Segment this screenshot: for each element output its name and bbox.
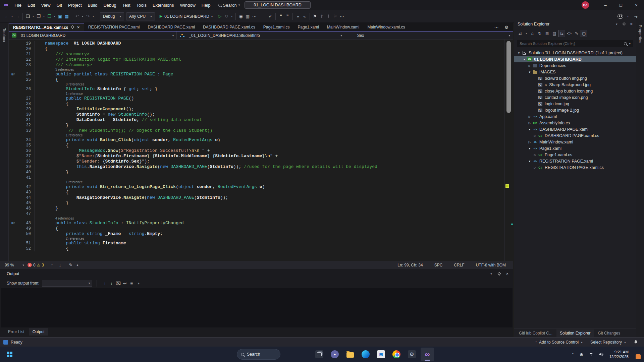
tree-item-page1-xaml-cs[interactable]: ▷C#Page1.xaml.cs bbox=[514, 152, 636, 158]
warning-count[interactable]: 3 bbox=[42, 263, 44, 267]
views-caret-icon[interactable]: ▾ bbox=[524, 29, 528, 38]
solution-search-box[interactable]: ▾ bbox=[517, 40, 633, 47]
menu-item-git[interactable]: Git bbox=[53, 0, 65, 10]
save-all-icon[interactable]: ▦ bbox=[63, 12, 70, 20]
toggle-autoscroll-icon[interactable]: ≡ bbox=[128, 279, 135, 287]
expand-arrow-icon[interactable]: ▷ bbox=[527, 115, 532, 118]
history-icon[interactable]: ◔ bbox=[135, 279, 142, 287]
tree-item-images[interactable]: ▾IMAGES bbox=[514, 69, 636, 75]
preview-icon[interactable]: ▢ bbox=[581, 30, 587, 37]
tree-item-app-xaml[interactable]: ▷<>App.xaml bbox=[514, 113, 636, 120]
caret-position[interactable]: Ln: 99, Ch: 34 bbox=[397, 263, 423, 267]
tree-item-logout-image-2-jpg[interactable]: logout image 2.jpg bbox=[514, 107, 636, 113]
bookmark-icon[interactable]: ⚑ bbox=[312, 12, 318, 20]
menu-item-test[interactable]: Test bbox=[119, 0, 133, 10]
tree-item-login-icon-jpg[interactable]: login icon.jpg bbox=[514, 101, 636, 107]
tree-item-close-app-button-icon-png[interactable]: close App button icon.png bbox=[514, 88, 636, 94]
expand-arrow-icon[interactable]: ▷ bbox=[532, 153, 538, 157]
next-message-icon[interactable]: ↓ bbox=[108, 279, 115, 287]
volume-icon[interactable] bbox=[599, 352, 604, 356]
notifications-bell-icon[interactable] bbox=[634, 340, 638, 344]
menu-item-help[interactable]: Help bbox=[199, 0, 214, 10]
codelens-references[interactable]: 1 reference bbox=[9, 92, 513, 96]
hot-reload-icon[interactable]: ↻ bbox=[223, 12, 230, 20]
menu-item-project[interactable]: Project bbox=[65, 0, 85, 10]
codelens-text[interactable]: 4 references bbox=[40, 217, 74, 221]
hidden-icons-chevron-icon[interactable]: ⌃ bbox=[572, 353, 574, 356]
panel-tab-error-list[interactable]: Error List bbox=[5, 328, 28, 336]
collapse-arrow-icon[interactable]: ▾ bbox=[527, 128, 532, 131]
tab-registration-page-xaml[interactable]: REGISTRATION PAGE.xaml bbox=[84, 23, 144, 31]
codelens-references[interactable]: 8 references bbox=[9, 82, 513, 86]
add-item-icon[interactable]: ❐ bbox=[35, 12, 42, 20]
scrollbar-thumb[interactable] bbox=[506, 41, 511, 113]
codelens-text[interactable]: 2 references bbox=[40, 237, 85, 241]
copilot-caret-icon[interactable]: ▾ bbox=[626, 12, 630, 20]
file-explorer-icon[interactable] bbox=[343, 348, 357, 361]
prev-bookmark-icon[interactable]: ⬆ bbox=[318, 12, 325, 20]
outdent-icon[interactable]: « bbox=[301, 12, 308, 20]
tree-item-c-sharp-background-jpg[interactable]: c_Sharp Background.jpg bbox=[514, 81, 636, 88]
expand-arrow-icon[interactable]: ▷ bbox=[527, 140, 532, 144]
error-count[interactable]: 0 bbox=[33, 263, 36, 267]
tree-item-mainwindow-xaml[interactable]: ▷<>MainWindow.xaml bbox=[514, 139, 636, 145]
start-debugging-button[interactable]: ▶ 01 LOGIN DASHBOARD ▾ bbox=[157, 12, 215, 20]
network-icon[interactable]: ⊕ bbox=[580, 352, 583, 357]
close-button[interactable]: × bbox=[629, 0, 644, 10]
tab-page1-xaml[interactable]: Page1.xaml bbox=[293, 23, 323, 31]
back-caret-icon[interactable]: ▾ bbox=[10, 12, 14, 20]
expand-arrow-icon[interactable]: ▷ bbox=[527, 64, 532, 67]
close-tab-icon[interactable]: ✕ bbox=[77, 25, 79, 29]
pin-panel-icon[interactable] bbox=[622, 22, 626, 26]
editor-scrollbar[interactable] bbox=[504, 40, 513, 261]
prev-message-icon[interactable]: ↑ bbox=[101, 279, 108, 287]
menu-item-file[interactable]: File bbox=[11, 0, 24, 10]
minimize-button[interactable]: – bbox=[598, 0, 613, 10]
new-file-caret-icon[interactable]: ▾ bbox=[31, 12, 35, 20]
tree-item-contact-image-icon-png[interactable]: contact image icon.png bbox=[514, 94, 636, 101]
solution-search-input[interactable] bbox=[520, 42, 622, 46]
tree-item-bckwrd-button-img-png[interactable]: bckwrd button img.png bbox=[514, 75, 636, 81]
more-icon[interactable]: ⋯ bbox=[338, 12, 345, 20]
start-without-debugging-icon[interactable]: ▷ bbox=[216, 12, 223, 20]
expand-arrow-icon[interactable]: ▷ bbox=[532, 166, 538, 169]
menu-item-window[interactable]: Window bbox=[177, 0, 199, 10]
codelens-text[interactable]: 1 reference bbox=[40, 180, 83, 184]
store-icon[interactable]: ⊞ bbox=[374, 348, 388, 361]
sync-selection-icon[interactable]: ⇆ bbox=[558, 30, 565, 37]
codelens-text[interactable]: 3 references bbox=[40, 68, 74, 72]
back-icon[interactable]: ← bbox=[3, 12, 10, 20]
chrome-icon[interactable] bbox=[390, 348, 403, 361]
collapse-arrow-icon[interactable]: ▾ bbox=[522, 58, 527, 61]
notification-badge[interactable] bbox=[636, 354, 641, 359]
menu-item-edit[interactable]: Edit bbox=[24, 0, 38, 10]
hot-reload-caret-icon[interactable]: ▾ bbox=[230, 12, 234, 20]
next-bookmark-icon[interactable]: ⬇ bbox=[325, 12, 332, 20]
tab-mainwindow-xaml[interactable]: MainWindow.xaml bbox=[323, 23, 364, 31]
pin-tab-icon[interactable] bbox=[71, 25, 74, 29]
line-ending-mode[interactable]: CRLF bbox=[454, 263, 464, 267]
tree-item-dependencies[interactable]: ▷Dependencies bbox=[514, 62, 636, 69]
search-menu[interactable]: Search ▾ bbox=[218, 3, 240, 8]
undo-caret-icon[interactable]: ▾ bbox=[80, 12, 85, 20]
collapse-all-icon[interactable]: ⊟ bbox=[544, 30, 550, 37]
code-view-icon[interactable]: <> bbox=[566, 30, 573, 37]
tree-item-page1-xaml[interactable]: ▾<>Page1.xaml bbox=[514, 145, 636, 152]
select-repository-button[interactable]: Select Repository ▲ bbox=[590, 340, 626, 345]
open-file-icon[interactable]: ❒ bbox=[46, 12, 53, 20]
zoom-dropdown[interactable]: 99 %▾ bbox=[3, 263, 26, 267]
platform-dropdown[interactable]: Any CPU▾ bbox=[126, 12, 155, 20]
undo-icon[interactable]: ↶ bbox=[74, 12, 80, 20]
previous-issue-icon[interactable]: ↑ bbox=[49, 261, 55, 269]
properties-tab[interactable]: Properties bbox=[638, 21, 642, 47]
tab-mainwindow-xaml-cs[interactable]: MainWindow.xaml.cs bbox=[364, 23, 409, 31]
panel-tab-git-changes[interactable]: Git Changes bbox=[594, 329, 624, 337]
codelens-references[interactable]: 2 references bbox=[9, 237, 513, 241]
output-source-dropdown[interactable]: ▾ bbox=[42, 280, 92, 287]
tab-registratio-age-xaml-cs[interactable]: REGISTRATIO...AGE.xaml.cs✕ bbox=[9, 23, 84, 31]
comment-icon[interactable]: ❝ bbox=[277, 12, 284, 20]
collapse-margin-icon[interactable]: ▲ bbox=[75, 261, 79, 269]
clear-bookmarks-icon[interactable]: ⚐ bbox=[332, 12, 338, 20]
spell-check-icon[interactable]: ✓ bbox=[267, 12, 274, 20]
tree-item-registration-page-xaml[interactable]: ▾<>REGISTRATION PAGE.xaml bbox=[514, 158, 636, 164]
